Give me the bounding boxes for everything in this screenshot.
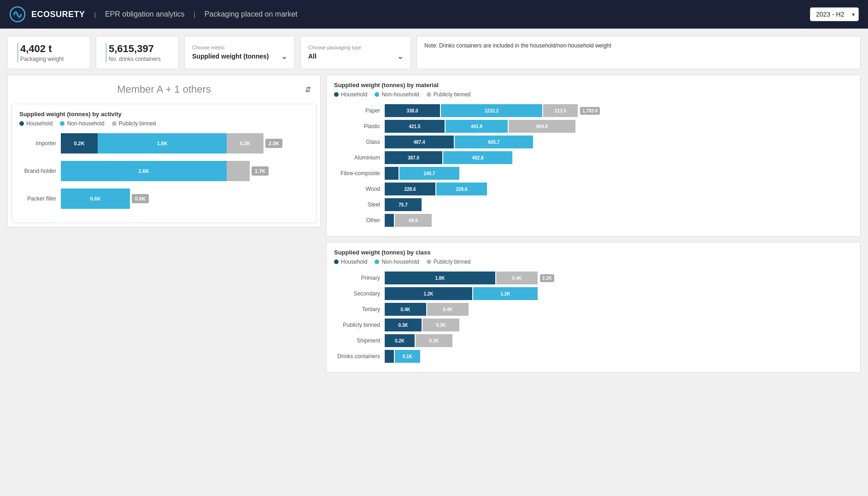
mat-row-plastic: Plastic 421.5 441.8 904.8 [334, 120, 853, 133]
importer-total-badge: 2.0K [265, 139, 282, 148]
secondary-nonhousehold-bar: 1.2K [473, 287, 538, 300]
primary-label: Primary [334, 275, 385, 281]
kpi-packaging-weight: 4,402 t Packaging weight [7, 36, 90, 69]
note-text: Note: Drinks containers are included in … [424, 42, 611, 49]
other-household-bar [385, 214, 394, 227]
mat-row-glass: Glass 487.4 605.7 [334, 136, 853, 148]
plastic-pb-bar: 904.8 [509, 120, 575, 133]
cls-row-secondary: Secondary 1.2K 1.2K [334, 287, 853, 300]
importer-bars: 0.2K 1.6K 0.2K 2.0K [61, 133, 309, 154]
metric-dropdown-select[interactable]: Supplied weight (tonnes) ⌄ [192, 52, 287, 61]
material-legend: Household Non-household Publicly binned [334, 91, 853, 98]
cls-row-drinks: Drinks containers 0.1K [334, 350, 853, 363]
class-chart-title: Supplied weight (tonnes) by class [334, 249, 853, 256]
metric-dropdown-card[interactable]: Choose metric Supplied weight (tonnes) ⌄ [184, 36, 295, 69]
plastic-bars: 421.5 441.8 904.8 [385, 120, 853, 133]
cls-pb-bars: 0.3K 0.3K [385, 319, 853, 331]
sort-icon[interactable]: ⇵ [305, 85, 311, 94]
drinks-nonhousehold-bar: 0.1K [395, 350, 420, 363]
header-sep2: | [194, 11, 195, 18]
cls-legend-nonhousehold: Non-household [375, 259, 419, 265]
mat-row-aluminium: Aluminium 387.0 492.8 [334, 151, 853, 164]
glass-household-bar: 487.4 [385, 136, 454, 148]
brand-name: ECOSURETY [31, 10, 85, 19]
publiclybinned-dot [112, 121, 117, 126]
packaging-dropdown-value: All [308, 53, 317, 60]
drinks-household-bar [385, 350, 394, 363]
tertiary-bars: 0.4K 0.4K [385, 303, 853, 316]
kpi-drinks-containers: 5,615,397 No. drinks containers [96, 36, 179, 69]
cls-household-label: Household [341, 259, 367, 265]
legend-publiclybinned: Publicly binned [112, 120, 156, 127]
member-title: Member A + 1 others [117, 83, 211, 95]
packerfiller-total-badge: 0.6K [132, 194, 149, 203]
kpi-drinks-label: No. drinks containers [109, 56, 161, 62]
bar-row-packerfiller: Packer filler 0.6K 0.6K [19, 189, 309, 209]
glass-nonhousehold-bar: 605.7 [455, 136, 533, 148]
material-chart-card: Supplied weight (tonnes) by material Hou… [326, 75, 861, 236]
kpi-weight-label: Packaging weight [20, 56, 64, 62]
plastic-label: Plastic [334, 123, 385, 130]
cls-row-tertiary: Tertiary 0.4K 0.4K [334, 303, 853, 316]
secondary-label: Secondary [334, 290, 385, 297]
cls-legend-household: Household [334, 259, 367, 265]
shipment-pb-bar: 0.3K [416, 334, 452, 347]
plastic-nonhousehold-bar: 441.8 [446, 120, 508, 133]
importer-household-bar: 0.2K [61, 133, 98, 154]
cls-publiclybinned-dot [427, 260, 431, 264]
mat-row-paper: Paper 338.0 1232.2 213.5 1,783.6 [334, 104, 853, 117]
glass-bars: 487.4 605.7 [385, 136, 853, 148]
wood-bars: 228.6 228.6 [385, 183, 853, 195]
household-dot [19, 121, 24, 126]
paper-bars: 338.0 1232.2 213.5 1,783.6 [385, 104, 853, 117]
other-pb-bar: 69.9 [395, 214, 432, 227]
paper-total-badge: 1,783.6 [580, 107, 600, 115]
class-legend: Household Non-household Publicly binned [334, 259, 853, 265]
packaging-chevron-down-icon: ⌄ [397, 52, 403, 61]
packaging-dropdown-card[interactable]: Choose packaging type All ⌄ [300, 36, 411, 69]
brandholder-total-badge: 1.7K [252, 166, 269, 176]
glass-label: Glass [334, 139, 385, 145]
drinks-label: Drinks containers [334, 353, 385, 360]
primary-total-badge: 2.2K [540, 274, 554, 282]
legend-household: Household [19, 120, 53, 127]
kpi-row: 4,402 t Packaging weight 5,615,397 No. d… [7, 36, 861, 69]
packerfiller-label: Packer filler [19, 195, 61, 202]
left-panel: Member A + 1 others ⇵ Supplied weight (t… [7, 75, 321, 227]
secondary-household-bar: 1.2K [385, 287, 472, 300]
tertiary-label: Tertiary [334, 306, 385, 313]
mat-household-dot [334, 92, 339, 97]
activity-legend: Household Non-household Publicly binned [19, 120, 309, 127]
mat-nonhousehold-label: Non-household [381, 91, 419, 98]
secondary-bars: 1.2K 1.2K [385, 287, 853, 300]
bar-row-importer: Importer 0.2K 1.6K 0.2K 2.0K [19, 133, 309, 154]
steel-household-bar: 75.7 [385, 198, 422, 211]
brandholder-label: Brand-holder [19, 168, 61, 174]
primary-household-bar: 1.8K [385, 272, 495, 284]
metric-dropdown-value: Supplied weight (tonnes) [192, 53, 269, 60]
primary-bars: 1.8K 0.4K 2.2K [385, 272, 853, 284]
paper-label: Paper [334, 107, 385, 114]
steel-label: Steel [334, 201, 385, 208]
nonhousehold-label: Non-household [67, 120, 104, 127]
other-label: Other [334, 217, 385, 224]
publiclybinned-label: Publicly binned [119, 120, 156, 127]
packaging-dropdown-select[interactable]: All ⌄ [308, 52, 403, 61]
aluminium-nonhousehold-bar: 492.8 [443, 151, 512, 164]
member-header: Member A + 1 others ⇵ [8, 75, 320, 100]
paper-pb-bar: 213.5 [543, 104, 578, 117]
cls-pb-pb-bar: 0.3K [422, 319, 459, 331]
mat-publiclybinned-label: Publicly binned [434, 91, 471, 98]
header: ECOSURETY | EPR obligation analytics | P… [0, 0, 868, 29]
aluminium-household-bar: 387.0 [385, 151, 442, 164]
steel-bars: 75.7 [385, 198, 853, 211]
period-select[interactable]: 2023 - H2 2023 - H1 2022 - H2 [810, 7, 859, 21]
legend-nonhousehold: Non-household [60, 120, 104, 127]
mat-row-fibre: Fibre-composite 240.7 [334, 167, 853, 180]
mat-legend-household: Household [334, 91, 367, 98]
fibre-nonhousehold-bar: 240.7 [399, 167, 459, 180]
mat-row-wood: Wood 228.6 228.6 [334, 183, 853, 195]
aluminium-bars: 387.0 492.8 [385, 151, 853, 164]
period-selector-wrapper[interactable]: 2023 - H2 2023 - H1 2022 - H2 [810, 7, 859, 21]
bar-row-brandholder: Brand-holder 1.6K 1.7K [19, 161, 309, 181]
